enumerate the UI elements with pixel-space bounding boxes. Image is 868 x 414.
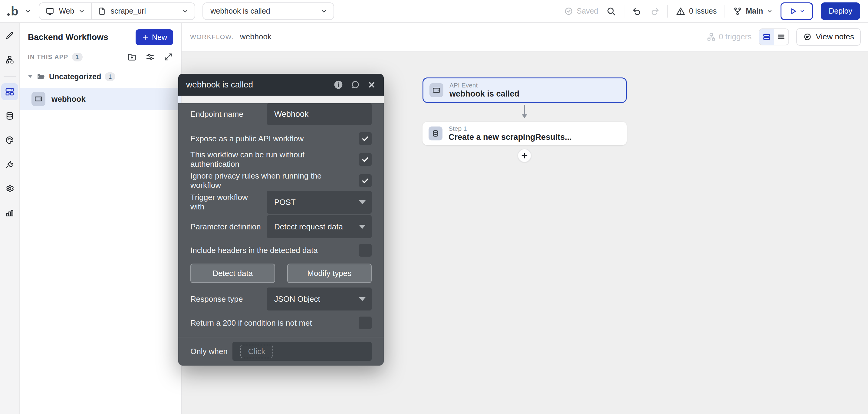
folder-name: Uncategorized	[49, 72, 101, 81]
nav-design[interactable]	[1, 27, 18, 44]
chevron-down-icon	[182, 8, 189, 14]
modify-types-button[interactable]: Modify types	[287, 263, 372, 283]
new-workflow-label: New	[152, 33, 167, 42]
nav-plugins[interactable]	[1, 156, 18, 173]
divider	[624, 5, 624, 18]
editor-nav-rail	[0, 23, 20, 414]
app-menu[interactable]: b	[7, 5, 31, 17]
workflow-label: WORKFLOW:	[190, 33, 234, 40]
include-headers-label: Include headers in the detected data	[190, 246, 359, 255]
nav-data[interactable]	[1, 107, 18, 124]
deploy-label: Deploy	[829, 7, 852, 15]
detect-data-button[interactable]: Detect data	[190, 263, 275, 283]
database-icon	[5, 112, 14, 121]
modify-types-label: Modify types	[307, 269, 351, 278]
chevron-down-icon	[24, 7, 31, 15]
warning-triangle-icon	[676, 6, 685, 16]
plug-icon	[5, 160, 14, 169]
nav-pages[interactable]	[1, 51, 18, 68]
deploy-button[interactable]: Deploy	[821, 2, 860, 20]
plus-icon	[142, 34, 149, 41]
filter-sliders-icon[interactable]	[145, 52, 155, 62]
no-auth-checkbox[interactable]	[359, 153, 372, 166]
nav-backend-workflows[interactable]	[1, 83, 18, 100]
issues-button[interactable]: 0 issues	[676, 6, 717, 16]
gear-icon	[5, 184, 14, 193]
caret-down-icon	[359, 297, 366, 301]
step-node[interactable]: Step 1 Create a new scrapingResults...	[423, 122, 627, 145]
nav-settings[interactable]	[1, 180, 18, 197]
workflow-name: webhook	[240, 32, 272, 41]
event-node[interactable]: API Event webhook is called	[423, 77, 627, 103]
check-icon	[361, 134, 370, 143]
scope-count-badge: 1	[72, 53, 83, 61]
expand-icon[interactable]	[163, 52, 173, 62]
response-type-label: Response type	[190, 294, 267, 304]
param-def-label: Parameter definition	[190, 222, 267, 231]
redo-icon[interactable]	[650, 6, 659, 16]
comment-icon[interactable]	[350, 80, 360, 90]
branch-icon	[733, 7, 742, 16]
only-when-input[interactable]: Click	[232, 342, 372, 361]
scope-label: IN THIS APP	[28, 54, 68, 61]
arrow-down-icon	[520, 105, 529, 120]
branch-selector[interactable]: Main	[733, 7, 773, 16]
search-icon[interactable]	[606, 6, 616, 16]
event-title: webhook is called	[450, 89, 519, 99]
include-headers-checkbox[interactable]	[359, 244, 372, 257]
chevron-down-icon	[79, 8, 85, 14]
undo-icon[interactable]	[632, 6, 642, 16]
workflow-select[interactable]: webhook is called	[203, 2, 334, 20]
ignore-privacy-checkbox[interactable]	[359, 174, 372, 187]
info-icon[interactable]	[334, 80, 343, 90]
page-dropdown[interactable]: scrape_url	[92, 3, 195, 19]
add-step-button[interactable]	[518, 149, 531, 162]
new-workflow-button[interactable]: New	[135, 29, 173, 45]
branch-label: Main	[746, 7, 763, 15]
api-card-icon	[430, 83, 443, 97]
platform-label: Web	[59, 7, 74, 15]
nav-styles[interactable]	[1, 132, 18, 149]
view-toggle	[759, 28, 789, 45]
return-200-checkbox[interactable]	[359, 317, 372, 329]
caret-down-icon	[359, 200, 366, 204]
param-def-value: Detect request data	[274, 222, 343, 231]
chevron-down-icon	[767, 8, 773, 14]
card-view-button[interactable]	[760, 29, 774, 45]
preview-run-button[interactable]	[780, 2, 813, 20]
no-auth-label: This workflow can be run without authent…	[190, 150, 359, 169]
folder-count-badge: 1	[105, 72, 115, 81]
issues-count-label: 0 issues	[689, 7, 717, 15]
response-type-select[interactable]: JSON Object	[267, 287, 372, 311]
dialog-header[interactable]: webhook is called	[178, 74, 384, 96]
param-def-select[interactable]: Detect request data	[267, 215, 372, 238]
page-label: scrape_url	[111, 7, 146, 15]
bubble-editor: b Web scrape_url webhook is called	[0, 0, 868, 414]
platform-page-switcher: Web scrape_url	[39, 2, 195, 20]
trigger-with-select[interactable]: POST	[267, 191, 372, 214]
expose-checkbox[interactable]	[359, 132, 372, 145]
folder-open-icon	[36, 72, 45, 81]
view-notes-label: View notes	[816, 32, 854, 41]
platform-dropdown[interactable]: Web	[39, 3, 91, 19]
view-notes-button[interactable]: View notes	[796, 28, 861, 46]
close-icon[interactable]	[367, 81, 376, 89]
bar-chart-icon	[5, 208, 14, 217]
toolbar-right: Saved 0 issues Main Deploy	[564, 2, 860, 20]
property-editor-dialog: webhook is called Endpoint name Expose a…	[178, 74, 384, 365]
nav-logs[interactable]	[1, 204, 18, 221]
list-view-button[interactable]	[774, 29, 788, 45]
event-kind: API Event	[450, 82, 519, 89]
workflow-list-item-webhook[interactable]: webhook	[20, 88, 181, 110]
only-when-label: Only when	[190, 347, 232, 356]
trigger-with-value: POST	[274, 198, 296, 207]
triggers-count: 0 triggers	[707, 32, 751, 41]
monitor-icon	[45, 7, 55, 16]
workflows-panel: Backend Workflows New IN THIS APP 1 Unca…	[20, 23, 182, 414]
folder-plus-icon[interactable]	[127, 52, 137, 62]
folder-uncategorized[interactable]: Uncategorized 1	[20, 70, 181, 83]
top-toolbar: b Web scrape_url webhook is called	[0, 0, 868, 23]
save-status: Saved	[564, 7, 598, 16]
dialog-title: webhook is called	[186, 80, 326, 90]
endpoint-name-input[interactable]	[267, 103, 372, 125]
